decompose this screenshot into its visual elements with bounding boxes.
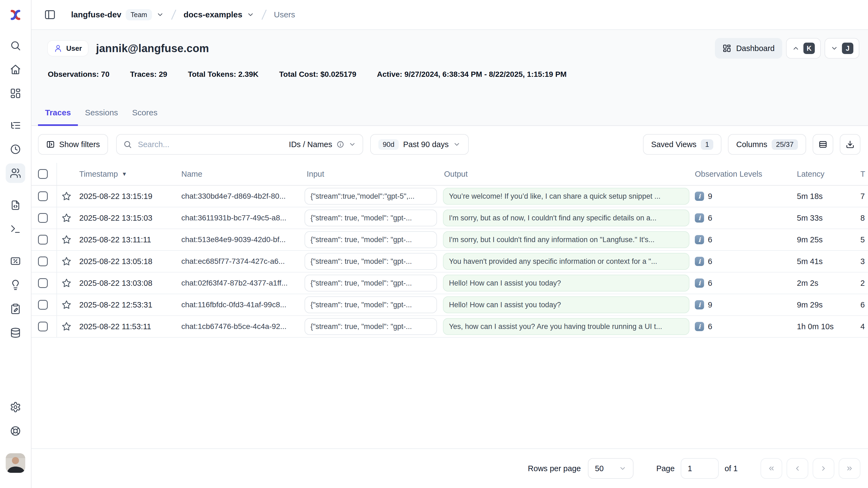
sidebar-item-prompts[interactable]	[6, 195, 25, 215]
home-icon	[10, 64, 21, 75]
page-number-input[interactable]	[681, 458, 719, 479]
trace-input-preview[interactable]: {"stream": true, "model": "gpt-...	[305, 296, 437, 313]
trace-name[interactable]: chat:3611931b-bc77-49c5-a8...	[178, 207, 301, 228]
bookmark-star-button[interactable]	[61, 278, 72, 288]
trace-output-preview[interactable]: You haven't provided any specific inform…	[443, 253, 689, 270]
row-checkbox[interactable]	[38, 278, 48, 288]
lifebuoy-icon	[10, 425, 21, 437]
trace-name[interactable]: chat:ec685f77-7374-427c-a6...	[178, 251, 301, 272]
bookmark-star-button[interactable]	[61, 256, 72, 267]
langfuse-logo-icon	[8, 7, 23, 23]
columns-button[interactable]: Columns 25/37	[728, 134, 806, 155]
search-input[interactable]	[137, 140, 284, 150]
sidebar-item-settings[interactable]	[6, 397, 25, 417]
sidebar-item-insights[interactable]	[6, 275, 25, 295]
sidebar-item-playground[interactable]	[6, 219, 25, 239]
next-page-button[interactable]	[813, 458, 834, 479]
sidebar-item-evaluation[interactable]	[6, 251, 25, 271]
saved-views-button[interactable]: Saved Views 1	[643, 134, 722, 155]
previous-page-button[interactable]	[786, 458, 808, 479]
table-row[interactable]: 2025-08-22 13:11:11 chat:513e84e9-9039-4…	[31, 229, 868, 251]
trace-output-preview[interactable]: I'm sorry, but as of now, I couldn't fin…	[443, 210, 689, 226]
dashboard-button[interactable]: Dashboard	[715, 38, 782, 59]
dashboard-grid-icon	[722, 44, 731, 53]
row-checkbox[interactable]	[38, 256, 48, 266]
user-avatar[interactable]	[6, 453, 25, 473]
first-page-button[interactable]	[761, 458, 782, 479]
sidebar-item-home[interactable]	[6, 60, 25, 79]
sidebar-toggle-button[interactable]	[42, 6, 58, 23]
trace-name[interactable]: chat:116fbfdc-0fd3-41af-99c8...	[178, 294, 301, 315]
trace-input-preview[interactable]: {"stream": true, "model": "gpt-...	[305, 318, 437, 335]
row-checkbox[interactable]	[38, 191, 48, 201]
column-header-observation-levels: Observation Levels	[692, 163, 794, 185]
trace-input-preview[interactable]: {"stream": true, "model": "gpt-...	[305, 231, 437, 248]
sidebar-item-annotation[interactable]	[6, 299, 25, 318]
trace-name[interactable]: chat:513e84e9-9039-42d0-bf...	[178, 229, 301, 250]
sidebar-item-dashboards[interactable]	[6, 84, 25, 103]
trace-input-preview[interactable]: {"stream":true,"model":"gpt-5",...	[305, 188, 437, 205]
rows-per-page-select[interactable]: 50	[588, 458, 633, 479]
sort-desc-icon: ▼	[122, 171, 127, 177]
observation-level-count: 6	[708, 235, 712, 244]
row-checkbox[interactable]	[38, 213, 48, 223]
row-checkbox[interactable]	[38, 322, 48, 331]
database-icon	[10, 327, 21, 338]
top-bar: langfuse-dev Team docs-examples Users	[31, 0, 868, 30]
tab-scores[interactable]: Scores	[125, 108, 164, 126]
bookmark-star-button[interactable]	[61, 322, 72, 332]
table-row[interactable]: 2025-08-22 13:03:08 chat:02f63f47-87b2-4…	[31, 273, 868, 294]
tab-sessions[interactable]: Sessions	[78, 108, 125, 126]
chevron-down-icon	[453, 141, 461, 148]
column-header-timestamp[interactable]: Timestamp▼	[76, 163, 178, 185]
trace-input-preview[interactable]: {"stream": true, "model": "gpt-...	[305, 210, 437, 226]
trace-output-preview[interactable]: I'm sorry, but I couldn't find any infor…	[443, 231, 689, 248]
sidebar-item-support[interactable]	[6, 421, 25, 441]
trace-output-preview[interactable]: Hello! How can I assist you today?	[443, 275, 689, 292]
trace-input-preview[interactable]: {"stream": true, "model": "gpt-...	[305, 253, 437, 270]
sidebar-item-search[interactable]	[6, 36, 25, 55]
trace-output-preview[interactable]: Hello! How can I assist you today?	[443, 296, 689, 313]
bookmark-star-button[interactable]	[61, 300, 72, 310]
sidebar-item-tracing[interactable]	[6, 116, 25, 135]
entity-type-badge: User	[48, 41, 88, 56]
table-row[interactable]: 2025-08-22 13:05:18 chat:ec685f77-7374-4…	[31, 251, 868, 273]
table-row[interactable]: 2025-08-22 13:15:19 chat:330bd4e7-d869-4…	[31, 186, 868, 207]
tab-traces[interactable]: Traces	[38, 108, 78, 126]
export-button[interactable]	[840, 134, 860, 155]
project-selector[interactable]: docs-examples	[184, 10, 254, 19]
trace-output-preview[interactable]: You’re welcome! If you’d like, I can sha…	[443, 188, 689, 205]
bookmark-star-button[interactable]	[61, 235, 72, 245]
langfuse-logo[interactable]	[0, 0, 31, 30]
sidebar-item-sessions[interactable]	[6, 140, 25, 159]
table-row[interactable]: 2025-08-22 13:15:03 chat:3611931b-bc77-4…	[31, 207, 868, 229]
next-user-button[interactable]: J	[825, 38, 859, 59]
bookmark-star-button[interactable]	[61, 191, 72, 202]
previous-user-button[interactable]: K	[786, 38, 821, 59]
trace-name[interactable]: chat:330bd4e7-d869-4b2f-80...	[178, 186, 301, 207]
trace-name[interactable]: chat:1cb67476-b5ce-4c4a-92...	[178, 316, 301, 337]
table-row[interactable]: 2025-08-22 12:53:31 chat:116fbfdc-0fd3-4…	[31, 294, 868, 316]
row-checkbox[interactable]	[38, 300, 48, 310]
row-height-button[interactable]	[813, 134, 833, 155]
trace-name[interactable]: chat:02f63f47-87b2-4377-a1ff...	[178, 273, 301, 294]
sidebar-item-users[interactable]	[6, 163, 25, 183]
breadcrumb-slash	[260, 8, 268, 21]
trace-tokens: 6	[848, 294, 868, 315]
row-checkbox[interactable]	[38, 235, 48, 245]
org-selector[interactable]: langfuse-dev Team	[71, 9, 164, 20]
last-page-button[interactable]	[839, 458, 860, 479]
trace-latency: 5m 41s	[794, 251, 848, 272]
search-scope-selector[interactable]: IDs / Names	[289, 140, 356, 149]
star-icon	[61, 300, 72, 310]
sidebar-item-datasets[interactable]	[6, 323, 25, 342]
bookmark-star-button[interactable]	[61, 213, 72, 223]
show-filters-button[interactable]: Show filters	[38, 134, 108, 155]
select-all-checkbox[interactable]	[38, 169, 48, 179]
chevron-down-icon	[247, 11, 254, 19]
trace-input-preview[interactable]: {"stream": true, "model": "gpt-...	[305, 275, 437, 292]
time-range-filter[interactable]: 90d Past 90 days	[370, 134, 469, 155]
column-header-output: Output	[440, 163, 692, 185]
table-row[interactable]: 2025-08-22 11:53:11 chat:1cb67476-b5ce-4…	[31, 316, 868, 338]
trace-output-preview[interactable]: Yes, how can I assist you? Are you havin…	[443, 318, 689, 335]
